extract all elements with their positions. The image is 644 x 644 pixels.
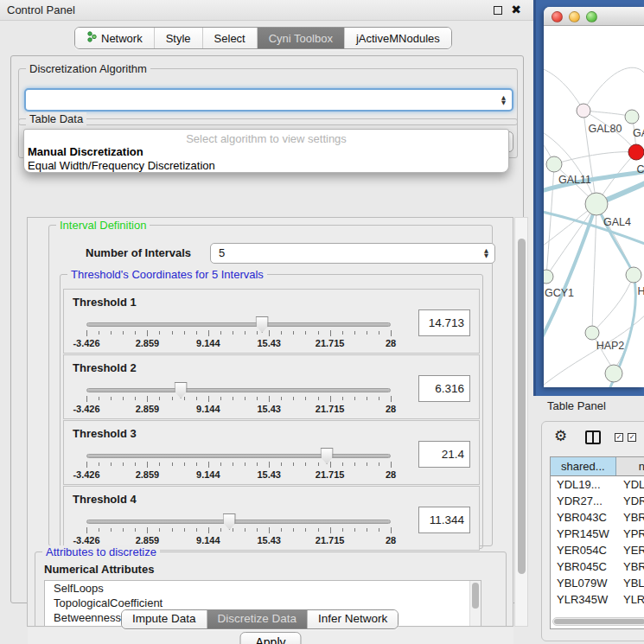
- threshold-panel: Threshold 4-3.4262.8599.14415.4321.71528…: [63, 486, 480, 551]
- columns-icon[interactable]: [585, 430, 601, 444]
- slider-track[interactable]: [86, 520, 391, 524]
- threshold-slider[interactable]: -3.4262.8599.14415.4321.71528: [86, 316, 391, 352]
- table-row[interactable]: YDR27...YDR2: [551, 493, 644, 509]
- table-header-row: shared... na: [551, 457, 644, 476]
- table-row[interactable]: YIL052CYIL0: [551, 608, 644, 611]
- algorithm-combobox[interactable]: ▲▼: [24, 88, 513, 112]
- tab-style[interactable]: Style: [154, 28, 202, 48]
- number-of-intervals-spinner[interactable]: 5 ▲▼: [210, 243, 495, 264]
- network-node-gal80[interactable]: [577, 104, 590, 118]
- network-edge[interactable]: [596, 204, 634, 275]
- table-row[interactable]: YBR043CYBR0: [551, 509, 644, 526]
- network-node-hap2[interactable]: [585, 326, 599, 340]
- list-item[interactable]: TopologicalCoefficient: [45, 596, 481, 610]
- slider-thumb[interactable]: [223, 513, 236, 530]
- slider-tick-label: -3.426: [73, 535, 99, 545]
- panel-vertical-scrollbar[interactable]: [514, 217, 528, 627]
- network-edge[interactable]: [592, 275, 634, 333]
- slider-tick: [367, 528, 367, 532]
- network-edge[interactable]: [583, 67, 644, 111]
- list-item[interactable]: SelfLoops: [45, 581, 481, 596]
- float-panel-icon[interactable]: [494, 6, 502, 15]
- slider-tick: [147, 527, 148, 533]
- network-node[interactable]: [605, 365, 622, 382]
- network-node-h[interactable]: [626, 267, 641, 283]
- slider-tick: [208, 396, 209, 402]
- scrollbar-thumb[interactable]: [518, 239, 526, 574]
- slider-track[interactable]: [86, 388, 391, 392]
- tab-select[interactable]: Select: [202, 28, 257, 48]
- threshold-slider[interactable]: -3.4262.8599.14415.4321.71528: [86, 381, 391, 418]
- zoom-window-icon[interactable]: [586, 11, 597, 22]
- dropdown-option[interactable]: Manual Discretization: [25, 145, 507, 158]
- tab-infer-network[interactable]: Infer Network: [307, 610, 398, 628]
- dropdown-option[interactable]: Equal Width/Frequency Discretization: [25, 159, 507, 172]
- table-row[interactable]: YPR145WYPR1: [551, 526, 644, 542]
- slider-tick: [367, 462, 367, 466]
- checkbox-icon[interactable]: ✓: [615, 433, 623, 442]
- tab-discretize-data[interactable]: Discretize Data: [207, 610, 308, 628]
- slider-thumb[interactable]: [321, 448, 334, 464]
- network-node-ga[interactable]: [625, 110, 639, 124]
- list-scrollbar[interactable]: [469, 581, 481, 627]
- slider-tick: [305, 528, 306, 532]
- column-header-name[interactable]: na: [616, 457, 644, 475]
- slider-track[interactable]: [86, 454, 391, 458]
- tab-jactivemnodules[interactable]: jActiveMNodules: [344, 28, 451, 48]
- number-of-intervals-label: Number of Intervals: [86, 246, 191, 259]
- network-edge[interactable]: [544, 311, 644, 387]
- scrollbar-thumb[interactable]: [554, 619, 644, 624]
- number-of-intervals-value: 5: [219, 246, 225, 259]
- checkbox-icon[interactable]: ✓: [628, 433, 636, 442]
- threshold-slider[interactable]: -3.4262.8599.14415.4321.71528: [86, 513, 391, 549]
- threshold-value-field[interactable]: 6.316: [418, 375, 470, 402]
- network-edge[interactable]: [544, 67, 583, 111]
- cell-shared-name: YPR145W: [551, 526, 616, 542]
- slider-tick: [245, 528, 245, 532]
- network-node-gcy1[interactable]: [544, 270, 553, 284]
- slider-tick: [123, 462, 124, 466]
- network-node-gal11[interactable]: [546, 156, 562, 172]
- threshold-value-field[interactable]: 21.4: [418, 441, 470, 468]
- close-window-icon[interactable]: [552, 11, 563, 22]
- close-panel-icon[interactable]: ✖: [511, 3, 521, 16]
- slider-tick: [147, 330, 148, 336]
- scrollbar-thumb[interactable]: [472, 583, 479, 609]
- table-row[interactable]: YLR345WYLR3: [551, 591, 644, 608]
- threshold-panel: Threshold 2-3.4262.8599.14415.4321.71528…: [63, 354, 480, 419]
- network-node-c[interactable]: [628, 144, 644, 160]
- table-horizontal-scrollbar[interactable]: [552, 617, 644, 626]
- stepper-icon[interactable]: ▲▼: [484, 248, 488, 258]
- network-view-window: GAL80GACGAL11GAL4GCY1HHAP2: [544, 7, 644, 387]
- table-row[interactable]: YBL079WYBL0: [551, 575, 644, 591]
- network-edge[interactable]: [592, 204, 596, 333]
- slider-tick: [220, 462, 221, 466]
- tab-label: Style: [166, 32, 191, 45]
- minimize-window-icon[interactable]: [569, 11, 580, 22]
- stepper-icon[interactable]: ▲▼: [501, 95, 506, 105]
- slider-tick: [257, 331, 258, 335]
- slider-tick: [318, 528, 319, 532]
- network-canvas[interactable]: GAL80GACGAL11GAL4GCY1HHAP2: [544, 26, 644, 387]
- gear-icon[interactable]: ⚙: [554, 427, 567, 444]
- apply-button[interactable]: Apply: [239, 632, 301, 644]
- network-node-gal4[interactable]: [585, 193, 608, 215]
- dropdown-prompt: Select algorithm to view settings: [24, 132, 508, 145]
- threshold-value-field[interactable]: 11.344: [418, 507, 470, 533]
- slider-tick: [354, 528, 355, 532]
- tab-impute-data[interactable]: Impute Data: [122, 610, 207, 628]
- slider-tick-label: -3.426: [73, 338, 99, 348]
- column-header-shared[interactable]: shared...: [551, 457, 616, 475]
- table-body: YDL19...YDL1YDR27...YDR2YBR043CYBR0YPR14…: [551, 476, 644, 611]
- slider-tick-label: -3.426: [73, 404, 99, 414]
- table-row[interactable]: YBR045CYBR0: [551, 558, 644, 575]
- table-row[interactable]: YER054CYER0: [551, 542, 644, 558]
- tab-network[interactable]: Network: [75, 28, 154, 48]
- threshold-value-field[interactable]: 14.713: [418, 309, 470, 336]
- slider-track[interactable]: [86, 322, 391, 327]
- threshold-slider[interactable]: -3.4262.8599.14415.4321.71528: [86, 447, 391, 483]
- network-edge[interactable]: [546, 164, 554, 277]
- tab-cyni-toolbox[interactable]: Cyni Toolbox: [257, 28, 344, 48]
- slider-thumb[interactable]: [175, 382, 188, 399]
- table-row[interactable]: YDL19...YDL1: [551, 476, 644, 493]
